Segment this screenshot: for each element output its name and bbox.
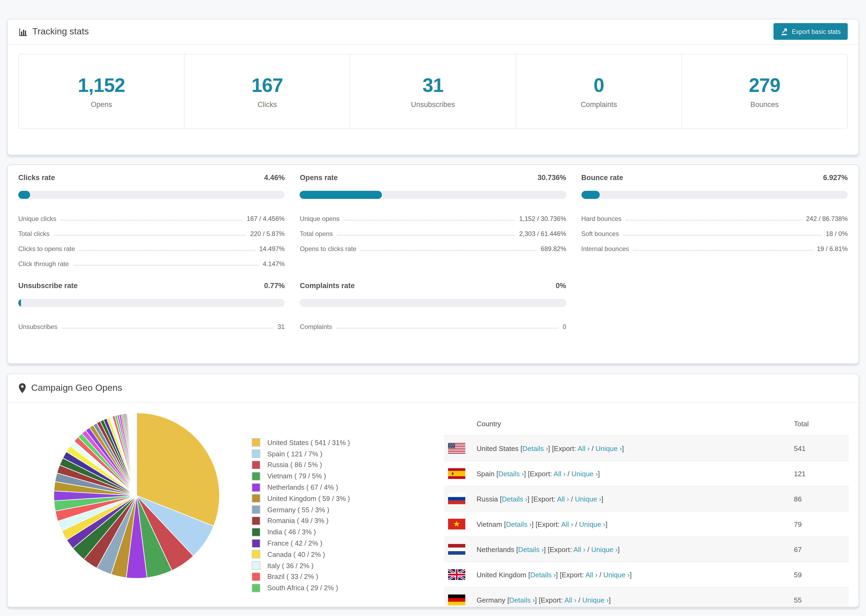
legend-item: United States ( 541 / 31% )	[252, 437, 350, 448]
rate-item-label: Complaints	[300, 323, 332, 331]
details-link[interactable]: Details ›	[502, 495, 527, 503]
dotted-leader	[54, 235, 246, 236]
stat-cell-clicks: 167Clicks	[184, 54, 350, 129]
country-total: 86	[794, 495, 849, 503]
dotted-leader	[361, 250, 536, 250]
export-all-link[interactable]: All ›	[578, 444, 590, 452]
stat-label: Unsubscribes	[411, 101, 455, 108]
bracket: ] [Export:	[524, 470, 553, 478]
summary-stats-row: 1,152Opens167Clicks31Unsubscribes0Compla…	[18, 54, 848, 129]
legend-item: South Africa ( 29 / 2% )	[252, 582, 350, 594]
export-all-link[interactable]: All ›	[557, 495, 569, 503]
stat-cell-unsubscribes: 31Unsubscribes	[350, 54, 516, 129]
rate-item-value: 4.147%	[263, 260, 285, 268]
details-link[interactable]: Details ›	[523, 444, 548, 452]
details-link[interactable]: Details ›	[506, 520, 531, 528]
legend-label: Netherlands ( 67 / 4% )	[267, 483, 338, 491]
column-header-country: Country	[444, 420, 794, 427]
legend-swatch	[252, 517, 260, 525]
geo-table-rows: United States [Details ›] [Export: All ›…	[444, 435, 849, 607]
legend-item: Romania ( 49 / 3% )	[252, 515, 350, 526]
legend-swatch	[252, 472, 260, 481]
bracket: ] [Export:	[556, 570, 586, 579]
table-row-spain: Spain [Details ›] [Export: All › / Uniqu…	[444, 460, 849, 486]
export-all-link[interactable]: All ›	[561, 520, 573, 528]
details-link[interactable]: Details ›	[518, 545, 544, 553]
country-total: 55	[794, 596, 849, 604]
rate-item-value: 167 / 4.456%	[247, 215, 285, 223]
geo-opens-pie-chart	[53, 412, 220, 579]
rate-title: Clicks rate	[18, 174, 55, 182]
country-total: 67	[794, 545, 849, 553]
legend-swatch	[252, 483, 260, 492]
bracket: [	[518, 444, 522, 452]
rate-block-unsubscribe-rate: Unsubscribe rate0.77%Unsubscribes31	[18, 282, 285, 331]
dotted-leader	[337, 328, 558, 328]
ru-flag-icon	[448, 493, 465, 504]
country-name: Netherlands	[477, 545, 514, 553]
dotted-leader	[337, 235, 515, 236]
rate-value: 0.77%	[264, 282, 285, 290]
legend-item: Canada ( 40 / 2% )	[252, 549, 350, 560]
details-link[interactable]: Details ›	[530, 570, 556, 579]
slash: /	[576, 596, 582, 604]
bracket: [	[502, 520, 506, 528]
export-all-link[interactable]: All ›	[586, 570, 598, 579]
table-row-germany: Germany [Details ›] [Export: All › / Uni…	[444, 587, 849, 607]
campaign-geo-opens-card: Campaign Geo Opens United States ( 541 /…	[7, 374, 859, 607]
bracket: ]	[622, 444, 624, 452]
export-all-link[interactable]: All ›	[565, 596, 576, 604]
legend-swatch	[252, 494, 260, 503]
legend-label: Russia ( 86 / 5% )	[267, 461, 322, 469]
export-unique-link[interactable]: Unique ›	[582, 596, 609, 604]
bracket: ] [Export:	[527, 495, 557, 503]
stat-value: 1,152	[78, 74, 125, 97]
export-unique-link[interactable]: Unique ›	[603, 570, 630, 579]
country-total: 59	[794, 570, 849, 579]
export-unique-link[interactable]: Unique ›	[591, 545, 617, 553]
pie-legend: United States ( 541 / 31% )Spain ( 121 /…	[252, 437, 350, 593]
legend-label: South Africa ( 29 / 2% )	[267, 584, 338, 592]
rate-value: 30.736%	[538, 174, 567, 182]
rate-progress-bar	[581, 191, 848, 199]
export-unique-link[interactable]: Unique ›	[572, 470, 598, 478]
country-name: Spain	[477, 470, 494, 478]
export-all-link[interactable]: All ›	[573, 545, 586, 553]
export-unique-link[interactable]: Unique ›	[579, 520, 605, 528]
rate-progress-bar	[300, 299, 567, 307]
rate-value: 0%	[556, 282, 566, 290]
stat-label: Opens	[91, 101, 112, 108]
rate-block-clicks-rate: Clicks rate4.46%Unique clicks167 / 4.456…	[18, 174, 285, 268]
legend-label: Romania ( 49 / 3% )	[267, 517, 329, 525]
rate-progress-bar	[300, 191, 567, 199]
bracket: ]	[609, 596, 611, 604]
dotted-leader	[60, 220, 242, 220]
rate-item: Soft bounces18 / 0%	[581, 223, 848, 237]
legend-label: United States ( 541 / 31% )	[267, 438, 350, 447]
rate-block-opens-rate: Opens rate30.736%Unique opens1,152 / 30.…	[300, 174, 567, 253]
rate-item-label: Soft bounces	[581, 230, 619, 237]
export-all-link[interactable]: All ›	[553, 470, 565, 478]
details-link[interactable]: Details ›	[498, 470, 524, 478]
slash: /	[597, 570, 603, 579]
export-basic-stats-button[interactable]: Export basic stats	[773, 23, 848, 40]
export-unique-link[interactable]: Unique ›	[575, 495, 601, 503]
rate-item-label: Opens to clicks rate	[300, 245, 357, 253]
details-link[interactable]: Details ›	[509, 596, 535, 604]
legend-item: Netherlands ( 67 / 4% )	[252, 482, 350, 493]
export-unique-link[interactable]: Unique ›	[595, 444, 622, 452]
legend-swatch	[252, 539, 260, 547]
rate-item-label: Unique opens	[300, 215, 340, 223]
bracket: ]	[598, 470, 600, 478]
rate-item-value: 19 / 6.81%	[817, 245, 848, 253]
legend-swatch	[252, 449, 260, 458]
country-name: Russia	[477, 495, 498, 503]
vn-flag-icon	[448, 519, 465, 530]
rate-item-value: 242 / 86.738%	[806, 215, 848, 223]
rate-block-bounce-rate: Bounce rate6.927%Hard bounces242 / 86.73…	[581, 174, 848, 253]
rate-item-label: Hard bounces	[581, 215, 621, 223]
rate-progress-bar	[18, 299, 285, 307]
legend-item: India ( 46 / 3% )	[252, 526, 350, 538]
country-name: Vietnam	[477, 520, 502, 528]
rate-item-label: Click through rate	[18, 260, 69, 268]
